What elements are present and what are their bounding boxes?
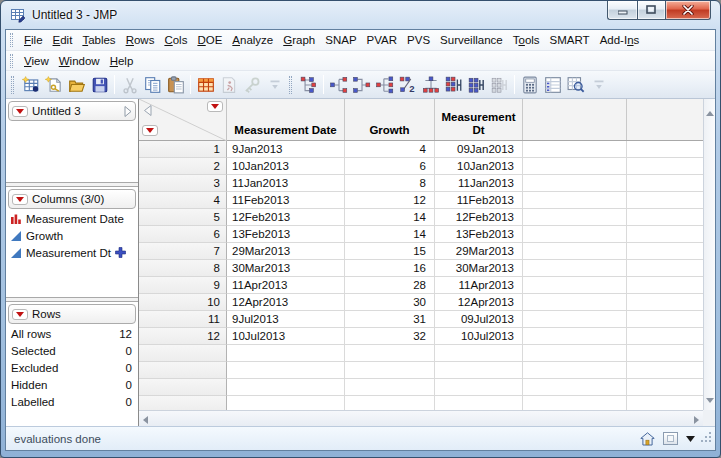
cell[interactable]: 10Jul2013 bbox=[435, 328, 523, 345]
menu-surveillance[interactable]: Surveillance bbox=[435, 32, 508, 48]
cell[interactable]: 29Mar2013 bbox=[435, 243, 523, 260]
cell[interactable]: 13Feb2013 bbox=[435, 226, 523, 243]
rows-panel-header[interactable]: Rows bbox=[8, 304, 136, 324]
cell[interactable] bbox=[523, 294, 627, 311]
reliability-icon[interactable] bbox=[465, 73, 488, 96]
menu-pvar[interactable]: PVAR bbox=[362, 32, 402, 48]
cell[interactable]: 11Feb2013 bbox=[227, 192, 345, 209]
cell[interactable]: 30Mar2013 bbox=[227, 260, 345, 277]
cell[interactable]: 30Mar2013 bbox=[435, 260, 523, 277]
home-window-icon[interactable] bbox=[640, 432, 655, 446]
menu-smart[interactable]: SMART bbox=[545, 32, 595, 48]
window-list-button[interactable] bbox=[663, 432, 678, 445]
cell[interactable]: 09Jul2013 bbox=[435, 311, 523, 328]
cell[interactable] bbox=[523, 277, 627, 294]
fit-y-by-x-icon[interactable] bbox=[327, 73, 350, 96]
cell[interactable] bbox=[627, 175, 703, 192]
cell[interactable] bbox=[627, 158, 703, 175]
cell[interactable]: 10Jul2013 bbox=[227, 328, 345, 345]
cell[interactable]: 11Jan2013 bbox=[435, 175, 523, 192]
cell[interactable] bbox=[627, 243, 703, 260]
cell[interactable] bbox=[627, 328, 703, 345]
columns-red-triangle-icon[interactable] bbox=[12, 194, 28, 205]
cell[interactable]: 11Apr2013 bbox=[227, 277, 345, 294]
horizontal-scrollbar[interactable] bbox=[139, 410, 703, 426]
menu-analyze[interactable]: Analyze bbox=[227, 32, 278, 48]
collapse-panels-icon[interactable] bbox=[143, 102, 152, 120]
resize-grip[interactable] bbox=[700, 430, 713, 448]
menu-tables[interactable]: Tables bbox=[77, 32, 120, 48]
cell[interactable]: 12Feb2013 bbox=[227, 209, 345, 226]
open-icon[interactable] bbox=[65, 73, 88, 96]
cell[interactable] bbox=[523, 158, 627, 175]
cell[interactable] bbox=[627, 192, 703, 209]
row-number[interactable]: 9 bbox=[139, 277, 227, 294]
cell[interactable]: 28 bbox=[345, 277, 435, 294]
column-item-growth[interactable]: Growth bbox=[6, 227, 138, 244]
column-header-empty[interactable] bbox=[627, 99, 703, 140]
scroll-up-icon[interactable] bbox=[706, 102, 714, 120]
status-dropdown-icon[interactable] bbox=[686, 436, 695, 442]
cell[interactable]: 31 bbox=[345, 311, 435, 328]
cell[interactable]: 11Jan2013 bbox=[227, 175, 345, 192]
cell[interactable]: 9Jul2013 bbox=[227, 311, 345, 328]
column-item-measurement-dt[interactable]: Measurement Dt bbox=[6, 244, 138, 261]
cell[interactable] bbox=[627, 260, 703, 277]
menu-view[interactable]: View bbox=[19, 53, 54, 69]
cell[interactable]: 6 bbox=[345, 158, 435, 175]
cell[interactable] bbox=[523, 175, 627, 192]
close-button[interactable] bbox=[666, 1, 711, 20]
row-number[interactable]: 3 bbox=[139, 175, 227, 192]
menu-window[interactable]: Window bbox=[54, 53, 105, 69]
table-red-triangle-icon[interactable] bbox=[12, 106, 28, 117]
cell[interactable]: 13Feb2013 bbox=[227, 226, 345, 243]
cell[interactable]: 12Feb2013 bbox=[435, 209, 523, 226]
rows-red-triangle-icon[interactable] bbox=[12, 309, 28, 320]
menu-rows[interactable]: Rows bbox=[121, 32, 160, 48]
cell[interactable]: 10Jan2013 bbox=[435, 158, 523, 175]
paste-icon[interactable] bbox=[164, 73, 187, 96]
menu-cols[interactable]: Cols bbox=[159, 32, 192, 48]
multivariate-icon[interactable] bbox=[442, 73, 465, 96]
column-item-measurement-date[interactable]: Measurement Date bbox=[6, 210, 138, 227]
column-info-icon[interactable] bbox=[541, 73, 564, 96]
cell[interactable]: 14 bbox=[345, 226, 435, 243]
menu-add-ins[interactable]: Add-Ins bbox=[595, 32, 645, 48]
table-panel-header[interactable]: Untitled 3 bbox=[8, 101, 136, 121]
distribution-icon[interactable] bbox=[297, 73, 320, 96]
row-number[interactable]: 4 bbox=[139, 192, 227, 209]
screening-icon[interactable] bbox=[419, 73, 442, 96]
cell[interactable] bbox=[627, 141, 703, 158]
cell[interactable]: 12Apr2013 bbox=[435, 294, 523, 311]
row-number[interactable]: 11 bbox=[139, 311, 227, 328]
cell[interactable]: 30 bbox=[345, 294, 435, 311]
save-icon[interactable] bbox=[88, 73, 111, 96]
cell[interactable]: 32 bbox=[345, 328, 435, 345]
row-number[interactable]: 7 bbox=[139, 243, 227, 260]
cell[interactable] bbox=[627, 209, 703, 226]
cell[interactable] bbox=[523, 311, 627, 328]
cell[interactable] bbox=[627, 311, 703, 328]
column-header-growth[interactable]: Growth bbox=[345, 99, 435, 140]
copy-icon[interactable] bbox=[141, 73, 164, 96]
vertical-scrollbar[interactable] bbox=[703, 99, 715, 410]
cell[interactable]: 8 bbox=[345, 175, 435, 192]
column-header-measurement-dt[interactable]: Measurement Dt bbox=[435, 99, 523, 140]
cell[interactable]: 12Apr2013 bbox=[227, 294, 345, 311]
menu-snap[interactable]: SNAP bbox=[320, 32, 361, 48]
menu-pvs[interactable]: PVS bbox=[402, 32, 435, 48]
panel-expand-icon[interactable] bbox=[124, 106, 132, 117]
fit-model-icon[interactable] bbox=[373, 73, 396, 96]
row-number[interactable]: 1 bbox=[139, 141, 227, 158]
cell[interactable] bbox=[523, 141, 627, 158]
columns-red-triangle-icon[interactable] bbox=[142, 125, 158, 136]
cell[interactable]: 11Feb2013 bbox=[435, 192, 523, 209]
scroll-left-icon[interactable] bbox=[143, 410, 148, 427]
menu-tools[interactable]: Tools bbox=[508, 32, 545, 48]
data-table-icon[interactable] bbox=[194, 73, 217, 96]
menu-graph[interactable]: Graph bbox=[278, 32, 320, 48]
column-header-empty[interactable] bbox=[523, 99, 627, 140]
cell[interactable] bbox=[523, 260, 627, 277]
cell[interactable]: 16 bbox=[345, 260, 435, 277]
menu-help[interactable]: Help bbox=[105, 53, 139, 69]
